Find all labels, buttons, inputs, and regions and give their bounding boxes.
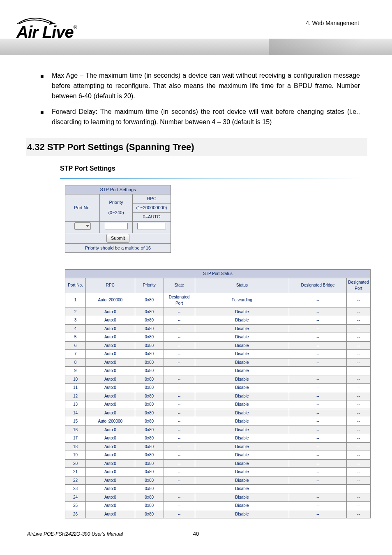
cell-priority: 0x80 (135, 341, 164, 350)
cell-status: Disable (195, 502, 289, 510)
cell-state: -- (164, 308, 195, 316)
table-row: 1Auto :2000000x80DesignatedPortForwardin… (65, 293, 371, 308)
cell-rpc: Auto:0 (85, 434, 135, 443)
table-row: 9Auto:00x80--Disable---- (65, 367, 371, 375)
cell-dp: -- (346, 468, 370, 476)
cell-state: -- (164, 400, 195, 409)
cell-port: 25 (65, 502, 86, 510)
cell-port: 3 (65, 316, 86, 325)
cell-priority: 0x80 (135, 442, 164, 451)
cell-status: Forwarding (195, 293, 289, 308)
bullet-text: Max Age – The maximum time (in seconds) … (52, 71, 360, 101)
port-select[interactable] (74, 222, 91, 230)
cell-port: 8 (65, 358, 86, 367)
cell-rpc: Auto:0 (85, 350, 135, 358)
cell-db: -- (289, 333, 347, 342)
cell-port: 13 (65, 400, 86, 409)
table-row: 14Auto:00x80--Disable---- (65, 409, 371, 417)
cell-dp: -- (346, 308, 370, 316)
section-heading: 4.32 STP Port Settings (Spanning Tree) (26, 138, 367, 156)
cell-state: -- (164, 451, 195, 460)
cell-db: -- (289, 510, 347, 518)
cell-status: Disable (195, 350, 289, 358)
cell-state: -- (164, 392, 195, 400)
cell-rpc: Auto:0 (85, 485, 135, 493)
cell-dp: -- (346, 459, 370, 468)
table-row: 5Auto:00x80--Disable---- (65, 333, 371, 342)
cell-state: -- (164, 468, 195, 476)
cell-port: 18 (65, 442, 86, 451)
cell-port: 12 (65, 392, 86, 400)
cell-dp: -- (346, 367, 370, 375)
table-row: 15Auto :2000000x80--Disable---- (65, 417, 371, 426)
cell-db: -- (289, 375, 347, 384)
table-row: 18Auto:00x80--Disable---- (65, 442, 371, 451)
cell-rpc: Auto:0 (85, 367, 135, 375)
cell-rpc: Auto:0 (85, 358, 135, 367)
cell-port: 26 (65, 510, 86, 518)
cell-rpc: Auto:0 (85, 493, 135, 502)
cell-status: Disable (195, 358, 289, 367)
cell-db: -- (289, 442, 347, 451)
cell-port: 22 (65, 476, 86, 485)
table-row: 19Auto:00x80--Disable---- (65, 451, 371, 460)
cell-dp: -- (346, 493, 370, 502)
logo: Air Live® (16, 16, 77, 42)
cell-priority: 0x80 (135, 502, 164, 510)
cell-status: Disable (195, 409, 289, 417)
bullet-item: ■ Forward Delay: The maximum time (in se… (40, 107, 360, 127)
cell-dp: -- (346, 417, 370, 426)
cell-dp: -- (346, 502, 370, 510)
cell-db: -- (289, 350, 347, 358)
cell-port: 14 (65, 409, 86, 417)
cell-db: -- (289, 308, 347, 316)
square-bullet-icon: ■ (40, 72, 52, 102)
table-row: 16Auto:00x80--Disable---- (65, 426, 371, 434)
cell-db: -- (289, 502, 347, 510)
cell-db: -- (289, 434, 347, 443)
footer-manual: AirLive POE-FSH2422G-390 User's Manual (27, 531, 123, 537)
cell-db: -- (289, 476, 347, 485)
cell-priority: 0x80 (135, 316, 164, 325)
cell-priority: 0x80 (135, 324, 164, 333)
cell-status: Disable (195, 442, 289, 451)
h-rpc: RPC (85, 278, 135, 293)
cell-state: -- (164, 485, 195, 493)
col-rpc-range: (1~200000000) (133, 203, 171, 212)
cell-port: 23 (65, 485, 86, 493)
table-row: 10Auto:00x80--Disable---- (65, 375, 371, 384)
cell-priority: 0x80 (135, 375, 164, 384)
cell-port: 7 (65, 350, 86, 358)
cell-db: -- (289, 358, 347, 367)
stp-port-status-table: STP Port Status Port No. RPC Priority St… (65, 269, 371, 518)
cell-port: 24 (65, 493, 86, 502)
table-row: 2Auto:00x80--Disable---- (65, 308, 371, 316)
cell-db: -- (289, 341, 347, 350)
cell-rpc: Auto:0 (85, 468, 135, 476)
status-caption: STP Port Status (65, 270, 371, 278)
settings-caption: STP Port Settings (65, 185, 171, 194)
bullet-text: Forward Delay: The maximum time (in seco… (52, 107, 360, 127)
table-row: 20Auto:00x80--Disable---- (65, 459, 371, 468)
cell-rpc: Auto:0 (85, 400, 135, 409)
cell-dp: -- (346, 341, 370, 350)
cell-db: -- (289, 400, 347, 409)
cell-port: 4 (65, 324, 86, 333)
cell-priority: 0x80 (135, 434, 164, 443)
cell-state: -- (164, 358, 195, 367)
cell-priority: 0x80 (135, 293, 164, 308)
submit-button[interactable]: Submit (106, 234, 129, 243)
cell-port: 11 (65, 384, 86, 392)
priority-input[interactable] (105, 223, 128, 229)
cell-state: -- (164, 417, 195, 426)
heading-underline (60, 178, 362, 179)
cell-status: Disable (195, 400, 289, 409)
cell-dp: -- (346, 442, 370, 451)
cell-state: -- (164, 434, 195, 443)
table-row: 21Auto:00x80--Disable---- (65, 468, 371, 476)
cell-priority: 0x80 (135, 426, 164, 434)
cell-status: Disable (195, 417, 289, 426)
cell-state: -- (164, 493, 195, 502)
rpc-input[interactable] (137, 223, 166, 229)
cell-rpc: Auto :200000 (85, 417, 135, 426)
